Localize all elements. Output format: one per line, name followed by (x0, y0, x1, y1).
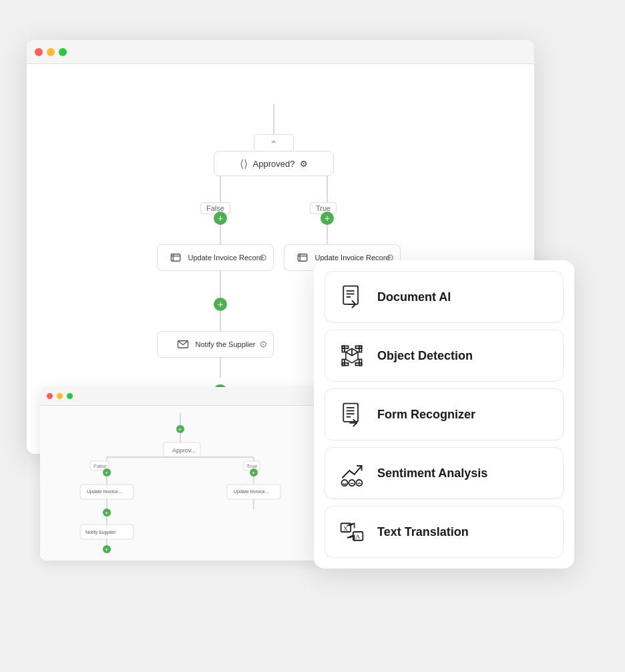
update-invoice-label-left: Update Invoice Record (188, 254, 263, 262)
secondary-maximize[interactable] (67, 393, 73, 399)
svg-rect-54 (343, 286, 358, 304)
decision-label: Approved? (253, 159, 295, 169)
form-recognizer-icon (337, 400, 367, 429)
secondary-traffic-lights (47, 393, 73, 399)
notify-supplier-node[interactable]: Notify the Supplier ⚙ (157, 331, 274, 358)
update-invoice-left[interactable]: Update Invoice Record ⚙ (157, 244, 274, 271)
form-recognizer-card[interactable]: Form Recognizer (325, 388, 564, 440)
traffic-lights (35, 48, 67, 56)
svg-rect-11 (171, 254, 180, 262)
sentiment-analysis-icon (337, 458, 367, 488)
close-button[interactable] (35, 48, 43, 56)
ai-tools-panel: Document AI Object Detection (314, 260, 574, 569)
svg-text:Update Invoice...: Update Invoice... (87, 489, 122, 494)
add-connector-left[interactable]: + (214, 212, 227, 225)
document-ai-card[interactable]: Document AI (325, 271, 564, 323)
sentiment-analysis-card[interactable]: Sentiment Analysis (325, 447, 564, 499)
svg-text:Approv...: Approv... (172, 447, 196, 454)
settings-icon[interactable]: ⚙ (300, 159, 308, 169)
document-ai-label: Document AI (377, 290, 451, 304)
svg-rect-71 (343, 404, 358, 422)
form-recognizer-label: Form Recognizer (377, 408, 475, 422)
object-detection-icon (337, 341, 367, 370)
decision-node[interactable]: ⟨⟩ Approved? ⚙ (214, 151, 334, 176)
notify-label: Notify the Supplier (196, 340, 256, 348)
text-translation-card[interactable]: X A Text Translation (325, 506, 564, 558)
share-icon: ⟨⟩ (240, 157, 248, 170)
secondary-content: + Approv... False True + Update Invoice.… (40, 406, 321, 561)
add-connector-right[interactable]: + (321, 212, 334, 225)
object-detection-card[interactable]: Object Detection (325, 330, 564, 382)
svg-text:+: + (105, 470, 108, 476)
svg-text:+: + (105, 547, 108, 553)
secondary-titlebar (40, 387, 321, 406)
database-icon-right (295, 250, 310, 265)
svg-text:+: + (105, 510, 108, 517)
browser-titlebar (27, 40, 534, 64)
mini-workflow-svg: + Approv... False True + Update Invoice.… (40, 406, 321, 561)
svg-point-77 (342, 480, 348, 486)
document-ai-icon (337, 282, 367, 312)
svg-line-69 (346, 352, 352, 356)
sentiment-analysis-label: Sentiment Analysis (377, 466, 487, 480)
false-label: False (200, 202, 230, 214)
svg-text:Update Invoice...: Update Invoice... (234, 489, 269, 494)
minimize-button[interactable] (47, 48, 55, 56)
add-connector-after-update-left[interactable]: + (214, 298, 227, 311)
svg-rect-14 (298, 254, 307, 262)
svg-line-70 (352, 352, 358, 356)
svg-point-78 (349, 480, 355, 486)
svg-text:+: + (178, 426, 182, 433)
database-icon-left (168, 250, 183, 265)
svg-text:+: + (252, 470, 255, 476)
text-translation-label: Text Translation (377, 525, 469, 539)
secondary-close[interactable] (47, 393, 53, 399)
svg-text:A: A (355, 533, 360, 540)
text-translation-icon: X A (337, 517, 367, 547)
secondary-minimize[interactable] (57, 393, 63, 399)
email-icon (176, 337, 190, 352)
maximize-button[interactable] (59, 48, 67, 56)
settings-icon-notify[interactable]: ⚙ (259, 339, 268, 350)
svg-text:True: True (246, 463, 258, 469)
svg-text:False: False (93, 463, 107, 469)
svg-text:Notify Supplier: Notify Supplier (85, 530, 116, 535)
object-detection-label: Object Detection (377, 349, 473, 363)
settings-icon-update-left[interactable]: ⚙ (259, 252, 268, 263)
secondary-browser-window: + Approv... False True + Update Invoice.… (40, 387, 321, 561)
